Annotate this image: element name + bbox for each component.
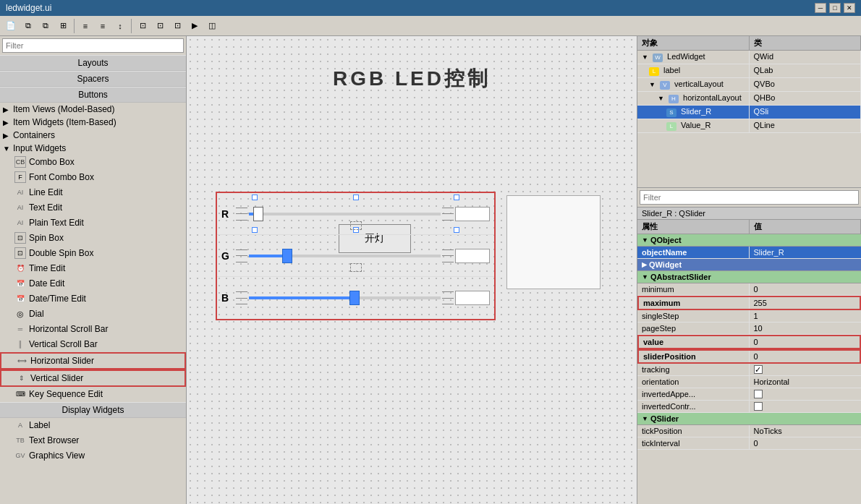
canvas-area[interactable]: RGB LED控制 开灯 <box>187 36 637 504</box>
sidebar-item-keyseq[interactable]: ⌨ Key Sequence Edit <box>0 387 186 402</box>
toolbar-layout3[interactable]: ⊡ <box>169 18 185 34</box>
dateedit-icon: 📅 <box>14 278 26 289</box>
tree-item-slider-r[interactable]: S Slider_R QSli <box>637 106 861 119</box>
center-panel: RGB LED控制 开灯 <box>187 36 637 504</box>
b-value-input[interactable] <box>455 291 490 305</box>
sidebar-item-graphicsview[interactable]: GV Graphics View <box>0 448 186 464</box>
prop-value-name: value <box>639 336 750 348</box>
r-track[interactable] <box>249 207 441 221</box>
combobox-icon: CB <box>14 156 26 168</box>
item-views-header[interactable]: ▶ Item Views (Model-Based) <box>0 103 186 116</box>
invertedcontr-checkbox[interactable] <box>754 402 763 411</box>
hlayout-expand-icon: ▼ <box>658 95 664 102</box>
b-track[interactable] <box>249 291 441 305</box>
r-value-input[interactable] <box>455 207 490 221</box>
sidebar-item-vslider[interactable]: ⇕ Vertical Slider <box>0 370 186 387</box>
prop-invertedappe-row[interactable]: invertedAppe... <box>637 388 861 401</box>
graphicsview-label: Graphics View <box>29 450 85 461</box>
tracking-checkbox[interactable]: ✓ <box>754 365 763 374</box>
toolbar-layout2[interactable]: ⊡ <box>152 18 168 34</box>
keyseq-icon: ⌨ <box>14 388 26 400</box>
spacers-category[interactable]: Spacers <box>0 71 186 87</box>
toolbar-copy1[interactable]: ⧉ <box>20 18 36 34</box>
prop-invertedcontr-row[interactable]: invertedContr... <box>637 401 861 413</box>
sidebar-item-combobox[interactable]: CB Combo Box <box>0 155 186 170</box>
sidebar-item-plaintextedit[interactable]: AI Plain Text Edit <box>0 215 186 231</box>
textbrowser-label: Text Browser <box>29 435 79 445</box>
toolbar-grid[interactable]: ⊞ <box>55 18 71 34</box>
sidebar-item-textbrowser[interactable]: TB Text Browser <box>0 433 186 448</box>
sidebar-item-dateedit[interactable]: 📅 Date Edit <box>0 276 186 291</box>
prop-pagestep-row[interactable]: pageStep 10 <box>637 323 861 335</box>
sidebar-item-timeedit[interactable]: ⏰ Time Edit <box>0 261 186 276</box>
g-value-input[interactable] <box>455 249 490 263</box>
object-tree: 对象 类 ▼ W LedWidget QWid L label QLab <box>637 36 861 188</box>
minimize-button[interactable]: ─ <box>815 3 826 13</box>
toolbar-preview[interactable]: ▶ <box>187 18 203 34</box>
prop-tickposition-value: NoTicks <box>750 425 862 437</box>
tree-item-ledwidget[interactable]: ▼ W LedWidget QWid <box>637 51 861 64</box>
toolbar-align2[interactable]: ≡ <box>95 18 111 34</box>
item-views-arrow: ▶ <box>3 106 12 114</box>
g-ticks-right <box>442 249 454 262</box>
containers-header[interactable]: ▶ Containers <box>0 129 186 142</box>
g-track[interactable] <box>249 249 441 263</box>
prop-tickposition-row[interactable]: tickPosition NoTicks <box>637 425 861 437</box>
r-slider-handle[interactable] <box>253 207 263 221</box>
prop-value-row[interactable]: value 0 <box>637 335 861 349</box>
sidebar-item-doublespinbox[interactable]: ⊡ Double Spin Box <box>0 246 186 261</box>
sidebar-item-fontcombobox[interactable]: F Font Combo Box <box>0 170 186 185</box>
layouts-category[interactable]: Layouts <box>0 55 186 71</box>
prop-maximum-row[interactable]: maximum 255 <box>637 296 861 310</box>
qobject-collapse-icon: ▼ <box>642 236 648 244</box>
prop-sliderpos-value: 0 <box>750 351 860 362</box>
toolbar-settings[interactable]: ◫ <box>204 18 220 34</box>
filter-box <box>0 36 186 55</box>
prop-minimum-row[interactable]: minimum 0 <box>637 283 861 296</box>
toolbar-layout1[interactable]: ⊡ <box>135 18 150 34</box>
ledwidget-expand-icon: ▼ <box>642 54 648 61</box>
invertedappe-checkbox[interactable] <box>754 390 763 398</box>
prop-tickinterval-row[interactable]: tickInterval 0 <box>637 437 861 450</box>
sidebar-item-vscrollbar[interactable]: ║ Vertical Scroll Bar <box>0 337 186 352</box>
sidebar-item-textedit[interactable]: AI Text Edit <box>0 200 186 215</box>
g-slider-handle[interactable] <box>282 249 292 263</box>
toolbar-new[interactable]: 📄 <box>3 18 19 34</box>
tree-item-vlayout[interactable]: ▼ V verticalLayout QVBo <box>637 78 861 92</box>
toolbar-align3[interactable]: ↕ <box>112 18 128 34</box>
prop-sliderpos-row[interactable]: sliderPosition 0 <box>637 349 861 364</box>
tree-item-label[interactable]: L label QLab <box>637 64 861 78</box>
maximize-button[interactable]: □ <box>829 3 841 13</box>
prop-singlestep-row[interactable]: singleStep 1 <box>637 310 861 323</box>
sidebar-item-label[interactable]: A Label <box>0 418 186 433</box>
title-bar-title: ledwidget.ui <box>6 3 815 13</box>
sidebar-item-datetimeedit[interactable]: 📅 Date/Time Edit <box>0 291 186 307</box>
sidebar-item-dial[interactable]: ◎ Dial <box>0 307 186 322</box>
toolbar-copy2[interactable]: ⧉ <box>38 18 54 34</box>
props-filter-input[interactable] <box>640 190 859 205</box>
prop-tickposition-name: tickPosition <box>637 425 750 437</box>
toolbar-align1[interactable]: ≡ <box>77 18 93 34</box>
tree-item-hlayout[interactable]: ▼ H horizontalLayout QHBo <box>637 92 861 106</box>
b-slider-row: B <box>217 277 494 319</box>
prop-objectname-row[interactable]: objectName Slider_R <box>637 247 861 259</box>
tree-item-value-r[interactable]: L Value_R QLine <box>637 119 861 133</box>
display-widgets-category[interactable]: Display Widgets <box>0 402 186 418</box>
vlayout-name: verticalLayout <box>674 80 724 88</box>
close-button[interactable]: ✕ <box>844 3 855 13</box>
title-bar: ledwidget.ui ─ □ ✕ <box>0 0 861 16</box>
input-widgets-header[interactable]: ▼ Input Widgets <box>0 142 186 155</box>
prop-tracking-row[interactable]: tracking ✓ <box>637 364 861 376</box>
sidebar-item-lineedit[interactable]: AI Line Edit <box>0 185 186 200</box>
r-ticks-left <box>236 208 247 221</box>
prop-orientation-row[interactable]: orientation Horizontal <box>637 376 861 388</box>
filter-input[interactable] <box>2 38 184 53</box>
b-slider-handle[interactable] <box>349 291 360 305</box>
vslider-label: Vertical Slider <box>30 373 83 383</box>
sidebar-item-hslider[interactable]: ⟺ Horizontal Slider <box>0 352 186 370</box>
sidebar-item-hscrollbar[interactable]: ═ Horizontal Scroll Bar <box>0 322 186 337</box>
buttons-category[interactable]: Buttons <box>0 87 186 103</box>
sidebar-item-spinbox[interactable]: ⊡ Spin Box <box>0 231 186 246</box>
item-widgets-header[interactable]: ▶ Item Widgets (Item-Based) <box>0 116 186 129</box>
b-ticks-left <box>236 291 247 304</box>
